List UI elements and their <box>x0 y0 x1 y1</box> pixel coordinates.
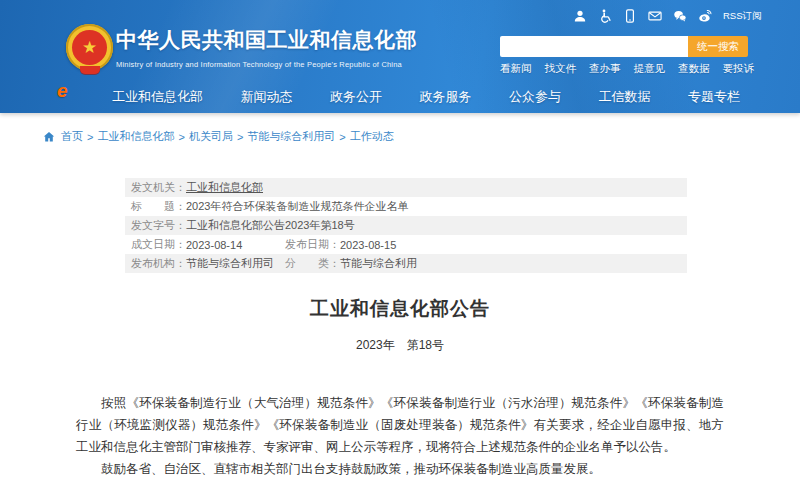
breadcrumb-energy-dept[interactable]: 节能与综合利用司 <box>247 129 335 144</box>
meta-value-title: 2023年符合环保装备制造业规范条件企业名单 <box>186 199 408 214</box>
meta-col2: 分 类： 节能与综合利用 <box>285 256 417 271</box>
meta-label: 分 类： <box>285 256 340 271</box>
emblem-ribbon <box>80 66 100 74</box>
ministry-title-en: Ministry of Industry and Information Tec… <box>116 60 417 69</box>
meta-value-publisher: 节能与综合利用司 <box>186 256 274 271</box>
nav-item-news[interactable]: 新闻动态 <box>241 88 293 106</box>
nav-item-it-data[interactable]: 工信数据 <box>599 88 651 106</box>
nav-item-gov-services[interactable]: 政务服务 <box>420 88 472 106</box>
breadcrumb-separator: > <box>178 131 184 143</box>
meta-value-category: 节能与综合利用 <box>340 256 417 271</box>
home-icon <box>43 131 55 143</box>
breadcrumb-separator: > <box>339 131 345 143</box>
meta-label: 发文字号： <box>131 218 186 233</box>
quick-link-opinions[interactable]: 提意见 <box>634 62 666 76</box>
national-emblem-logo: ★ <box>66 24 113 71</box>
quick-link-services[interactable]: 查办事 <box>589 62 621 76</box>
miit-e-logo-icon[interactable]: e <box>57 80 68 102</box>
quick-link-data[interactable]: 查数据 <box>678 62 710 76</box>
meta-label: 成文日期： <box>131 237 186 252</box>
meta-col2: 发布日期： 2023-08-15 <box>285 237 396 252</box>
quick-links: 看新闻 找文件 查办事 提意见 查数据 要投诉 <box>500 62 754 76</box>
nav-item-miit[interactable]: 工业和信息化部 <box>112 88 203 106</box>
site-header: ★ 中华人民共和国工业和信息化部 Ministry of Industry an… <box>0 0 800 113</box>
meta-value-signed-date: 2023-08-14 <box>186 239 242 251</box>
header-utility-icons: RSS订阅 <box>573 9 762 23</box>
weibo-icon[interactable] <box>698 9 712 23</box>
search-input[interactable] <box>500 36 688 57</box>
rss-subscribe-link[interactable]: RSS订阅 <box>723 10 762 23</box>
wechat-icon[interactable] <box>673 9 687 23</box>
breadcrumb-departments[interactable]: 机关司局 <box>189 129 233 144</box>
body-paragraph: 按照《环保装备制造行业（大气治理）规范条件》《环保装备制造行业（污水治理）规范条… <box>76 392 724 458</box>
page: ★ 中华人民共和国工业和信息化部 Ministry of Industry an… <box>0 0 800 482</box>
mobile-icon[interactable] <box>623 9 637 23</box>
meta-label: 标 题： <box>131 199 186 214</box>
breadcrumb-miit[interactable]: 工业和信息化部 <box>97 129 174 144</box>
breadcrumb-separator: > <box>237 131 243 143</box>
breadcrumb-work-updates[interactable]: 工作动态 <box>350 129 394 144</box>
announcement-issue-number: 2023年 第18号 <box>0 337 800 354</box>
meta-row-issuing-authority: 发文机关： 工业和信息化部 <box>125 178 687 197</box>
user-icon[interactable] <box>573 9 587 23</box>
meta-row-title: 标 题： 2023年符合环保装备制造业规范条件企业名单 <box>125 197 687 216</box>
quick-link-complaints[interactable]: 要投诉 <box>723 62 755 76</box>
breadcrumb: 首页 > 工业和信息化部 > 机关司局 > 节能与综合利用司 > 工作动态 <box>43 129 394 144</box>
meta-value-publish-date: 2023-08-15 <box>340 239 396 251</box>
breadcrumb-home[interactable]: 首页 <box>61 129 83 144</box>
nav-item-public-participation[interactable]: 公众参与 <box>509 88 561 106</box>
announcement-title: 工业和信息化部公告 <box>0 296 800 322</box>
meta-row-publisher-category: 发布机构： 节能与综合利用司 分 类： 节能与综合利用 <box>125 254 687 273</box>
breadcrumb-separator: > <box>87 131 93 143</box>
meta-value-document-number: 工业和信息化部公告2023年第18号 <box>186 218 355 233</box>
body-paragraph: 鼓励各省、自治区、直辖市相关部门出台支持鼓励政策，推动环保装备制造业高质量发展。 <box>76 458 724 480</box>
nav-item-gov-affairs[interactable]: 政务公开 <box>330 88 382 106</box>
quick-link-news[interactable]: 看新闻 <box>500 62 532 76</box>
meta-label: 发文机关： <box>131 180 186 195</box>
nav-item-special-topics[interactable]: 专题专栏 <box>688 88 740 106</box>
meta-row-document-number: 发文字号： 工业和信息化部公告2023年第18号 <box>125 216 687 235</box>
quick-link-documents[interactable]: 找文件 <box>545 62 577 76</box>
meta-label: 发布日期： <box>285 237 340 252</box>
document-meta-table: 发文机关： 工业和信息化部 标 题： 2023年符合环保装备制造业规范条件企业名… <box>125 178 687 273</box>
mail-icon[interactable] <box>648 9 662 23</box>
announcement-body: 按照《环保装备制造行业（大气治理）规范条件》《环保装备制造行业（污水治理）规范条… <box>76 392 724 480</box>
ministry-title-cn: 中华人民共和国工业和信息化部 <box>116 26 417 54</box>
unified-search-button[interactable]: 统一搜索 <box>688 36 748 57</box>
main-nav: e 工业和信息化部 新闻动态 政务公开 政务服务 公众参与 工信数据 专题专栏 <box>0 82 800 112</box>
search-bar: 统一搜索 <box>500 36 748 57</box>
emblem-star-icon: ★ <box>72 30 107 65</box>
nav-items: 工业和信息化部 新闻动态 政务公开 政务服务 公众参与 工信数据 专题专栏 <box>112 88 740 106</box>
meta-row-dates: 成文日期： 2023-08-14 发布日期： 2023-08-15 <box>125 235 687 254</box>
brand: 中华人民共和国工业和信息化部 Ministry of Industry and … <box>116 26 417 69</box>
meta-label: 发布机构： <box>131 256 186 271</box>
accessibility-wheelchair-icon[interactable] <box>598 9 612 23</box>
emblem-gold-ring: ★ <box>66 24 113 71</box>
meta-value-issuing-authority-link[interactable]: 工业和信息化部 <box>186 180 263 195</box>
